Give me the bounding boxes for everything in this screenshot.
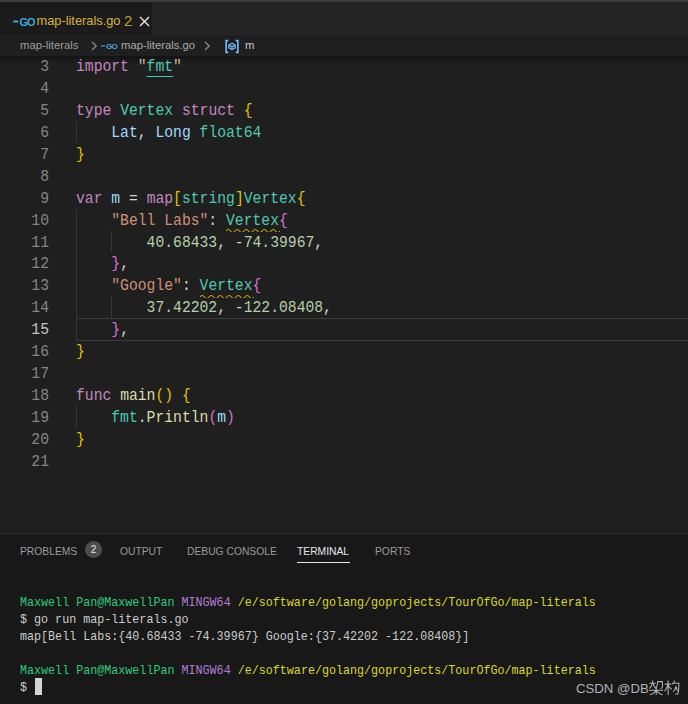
- svg-text:GO: GO: [20, 16, 36, 27]
- svg-text:GO: GO: [106, 42, 118, 50]
